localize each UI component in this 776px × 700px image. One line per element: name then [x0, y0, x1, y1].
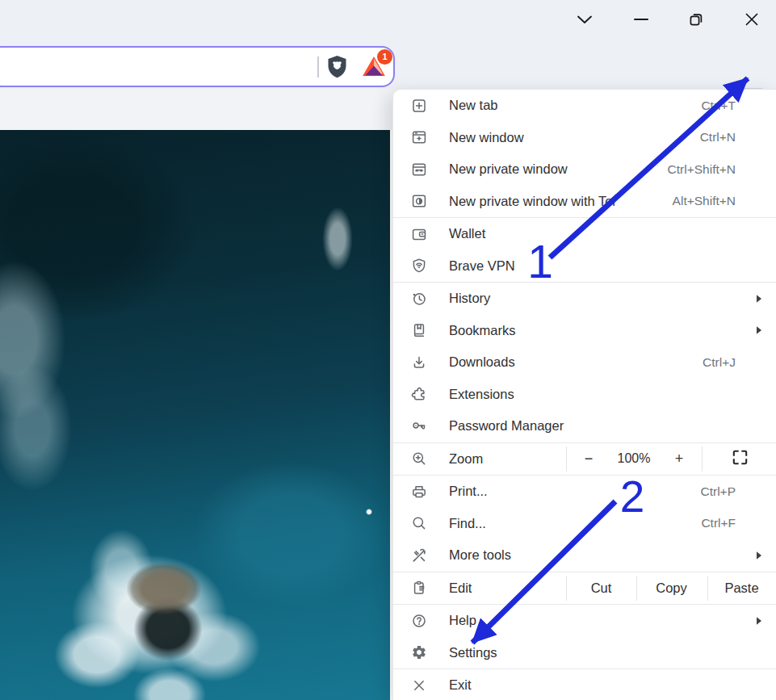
minimize-button[interactable]: [623, 0, 660, 38]
menu-item-print[interactable]: Print...Ctrl+P: [393, 476, 776, 508]
edit-action-cut[interactable]: Cut: [566, 572, 636, 605]
menu-item-label: Extensions: [449, 387, 514, 402]
find-icon: [409, 515, 429, 531]
shortcut-label: Ctrl+P: [701, 484, 763, 499]
close-button[interactable]: [733, 0, 770, 38]
menu-item-help[interactable]: Help: [393, 605, 776, 637]
menu-item-exit[interactable]: Exit: [393, 669, 776, 700]
menu-item-label: New window: [449, 130, 524, 145]
menu-item-new-private-window-with-tor[interactable]: New private window with TorAlt+Shift+N: [393, 186, 776, 218]
menu-item-label: Help: [449, 613, 476, 628]
edit-actions: CutCopyPaste: [566, 572, 776, 605]
exit-icon: [409, 677, 429, 694]
titlebar: [0, 0, 776, 38]
shortcut-label: Alt+Shift+N: [673, 194, 762, 208]
rewards-badge: 1: [377, 49, 392, 65]
menu-item-find[interactable]: Find...Ctrl+F: [393, 508, 776, 540]
menu-item-label: Exit: [449, 677, 472, 693]
menu-item-label: Bookmarks: [449, 323, 516, 338]
menu-item-label: Brave VPN: [449, 258, 515, 274]
key-icon: [409, 418, 429, 434]
new-private-window-tor-icon: [409, 193, 429, 209]
menu-item-extensions[interactable]: Extensions: [393, 379, 776, 411]
menu-item-label: Downloads: [449, 354, 515, 370]
menu-item-label: Find...: [449, 516, 486, 531]
submenu-arrow-icon: [756, 326, 762, 335]
edit-action-copy[interactable]: Copy: [636, 572, 707, 605]
toolbar: 1 VPN: [0, 38, 776, 89]
menu-item-new-private-window[interactable]: New private windowCtrl+Shift+N: [393, 153, 776, 186]
downloads-icon: [409, 354, 429, 371]
menu-item-new-tab[interactable]: New tabCtrl+T: [393, 90, 776, 122]
chevron-down-icon: [576, 14, 594, 25]
wallet-icon: [409, 226, 429, 242]
menu-item-bookmarks[interactable]: Bookmarks: [393, 315, 776, 347]
menu-item-brave-vpn[interactable]: Brave VPN: [393, 250, 776, 283]
menu-item-label: History: [449, 291, 490, 306]
tab-search-button[interactable]: [566, 0, 603, 38]
address-bar-divider: [317, 57, 319, 78]
menu-item-label: New private window with Tor: [449, 194, 617, 209]
menu-item-label: Password Manager: [449, 418, 564, 434]
menu-item-more-tools[interactable]: More tools: [393, 539, 776, 572]
menu-item-label: Wallet: [449, 226, 485, 241]
menu-item-label: Edit: [449, 581, 472, 596]
fullscreen-icon: [731, 448, 749, 469]
menu-item-zoom: Zoom−100%+: [393, 443, 776, 476]
submenu-arrow-icon: [756, 294, 762, 303]
menu-item-password-manager[interactable]: Password Manager: [393, 410, 776, 442]
browser-app-menu: New tabCtrl+TNew windowCtrl+NNew private…: [392, 89, 776, 700]
close-icon: [745, 12, 759, 27]
ocean-background-image: [0, 130, 390, 700]
menu-item-edit: EditCutCopyPaste: [393, 572, 776, 605]
shortcut-label: Ctrl+J: [703, 355, 762, 370]
more-tools-icon: [409, 547, 429, 564]
browser-window: 1 VPN New tabCtrl+TNew windowCtrl+NNew p…: [0, 0, 776, 700]
vpn-shield-icon: [409, 258, 429, 274]
print-icon: [409, 484, 429, 500]
zoom-in-button[interactable]: +: [656, 451, 702, 467]
shortcut-label: Ctrl+Shift+N: [668, 162, 762, 177]
settings-icon: [409, 644, 429, 660]
menu-item-history[interactable]: History: [393, 283, 776, 315]
address-bar[interactable]: 1: [0, 46, 395, 87]
restore-button[interactable]: [677, 0, 715, 38]
menu-item-settings[interactable]: Settings: [393, 637, 776, 669]
brave-shield-icon[interactable]: [324, 54, 350, 80]
edit-action-paste[interactable]: Paste: [707, 572, 776, 605]
submenu-arrow-icon: [756, 551, 762, 560]
extensions-icon: [409, 386, 429, 402]
shortcut-label: Ctrl+F: [701, 516, 762, 530]
zoom-icon: [409, 451, 429, 467]
menu-item-label: More tools: [449, 547, 511, 563]
new-window-icon: [409, 129, 429, 145]
bookmarks-icon: [409, 322, 429, 338]
menu-item-label: New private window: [449, 161, 568, 177]
new-tab-icon: [409, 98, 429, 114]
new-private-window-icon: [409, 161, 429, 178]
fullscreen-button[interactable]: [702, 443, 776, 476]
submenu-arrow-icon: [756, 616, 762, 625]
history-icon: [409, 291, 429, 307]
bat-triangle-icon[interactable]: 1: [361, 54, 387, 80]
menu-item-wallet[interactable]: Wallet: [393, 218, 776, 250]
menu-item-label: Zoom: [449, 451, 483, 467]
zoom-out-button[interactable]: −: [566, 451, 611, 467]
help-icon: [409, 613, 429, 629]
menu-item-new-window[interactable]: New windowCtrl+N: [393, 122, 776, 154]
menu-item-label: Settings: [449, 645, 497, 660]
zoom-controls: −100%+: [566, 443, 702, 476]
shortcut-label: Ctrl+N: [700, 130, 762, 145]
minimize-icon: [634, 18, 648, 21]
shortcut-label: Ctrl+T: [701, 99, 762, 113]
menu-item-label: Print...: [449, 484, 488, 499]
menu-item-label: New tab: [449, 98, 498, 113]
restore-icon: [688, 11, 704, 27]
zoom-level: 100%: [611, 451, 656, 466]
edit-icon: [409, 580, 429, 596]
menu-item-downloads[interactable]: DownloadsCtrl+J: [393, 346, 776, 379]
